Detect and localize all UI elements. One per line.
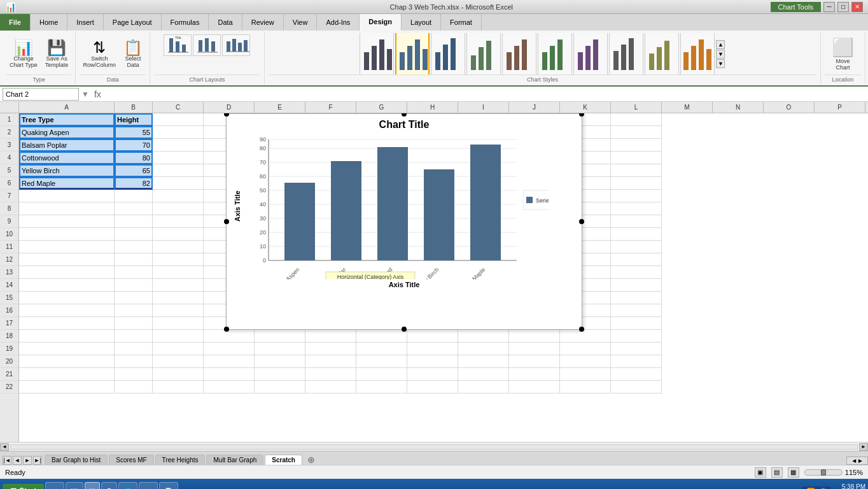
- sheet-nav-last[interactable]: ►|: [33, 456, 42, 465]
- cell-C3[interactable]: [153, 139, 204, 152]
- formula-input[interactable]: [106, 88, 865, 101]
- chart-style-3[interactable]: [431, 33, 465, 74]
- cell-C2[interactable]: [153, 126, 204, 139]
- cell-B2[interactable]: 55: [115, 126, 153, 139]
- taskbar-acrobat[interactable]: 📄: [159, 482, 178, 489]
- chart-style-9[interactable]: [645, 33, 679, 74]
- taskbar-filemanager[interactable]: 📂: [139, 482, 158, 489]
- row-header-3[interactable]: 3: [0, 139, 18, 152]
- tab-add-ins[interactable]: Add-Ins: [317, 14, 360, 31]
- col-header-H[interactable]: H: [407, 102, 458, 113]
- sheet-nav-first[interactable]: |◄: [3, 456, 11, 465]
- normal-view-btn[interactable]: ▣: [755, 467, 766, 478]
- bar-cottonwood[interactable]: [377, 147, 408, 260]
- start-button[interactable]: ⊞ Start: [3, 484, 44, 489]
- row-header-1[interactable]: 1: [0, 113, 18, 126]
- row-header-7[interactable]: 7: [0, 190, 18, 202]
- cell-L5[interactable]: [611, 164, 662, 177]
- cell-B6[interactable]: 82: [115, 177, 153, 190]
- col-header-J[interactable]: J: [509, 102, 560, 113]
- tab-formulas[interactable]: Formulas: [162, 14, 209, 31]
- cell-L6[interactable]: [611, 177, 662, 190]
- taskbar-explorer[interactable]: 📁: [45, 482, 64, 489]
- row-header-4[interactable]: 4: [0, 152, 18, 164]
- cell-B1[interactable]: Height: [115, 113, 153, 126]
- cell-A2[interactable]: Quaking Aspen: [19, 126, 115, 139]
- col-header-M[interactable]: M: [662, 102, 713, 113]
- cell-B5[interactable]: 65: [115, 164, 153, 177]
- row-header-10[interactable]: 10: [0, 228, 18, 241]
- chart-style-7[interactable]: [573, 33, 608, 74]
- add-sheet-btn[interactable]: ⊕: [304, 455, 319, 465]
- horizontal-scrollbar[interactable]: ◄ ►: [0, 442, 868, 451]
- taskbar-powerpoint[interactable]: P: [101, 482, 117, 489]
- name-box[interactable]: Chart 2: [3, 88, 79, 101]
- col-header-L[interactable]: L: [611, 102, 662, 113]
- tab-file[interactable]: File: [0, 14, 31, 31]
- scroll-up-btn[interactable]: ▲: [716, 40, 725, 49]
- change-chart-type-btn[interactable]: 📊 ChangeChart Type: [6, 38, 41, 71]
- tab-page-layout[interactable]: Page Layout: [104, 14, 162, 31]
- cell-L3[interactable]: [611, 139, 662, 152]
- cell-A4[interactable]: Cottonwood: [19, 152, 115, 164]
- cell-L2[interactable]: [611, 126, 662, 139]
- bar-yellow-birch[interactable]: [424, 169, 454, 260]
- scroll-more-btn[interactable]: ▼: [716, 59, 725, 68]
- col-header-F[interactable]: F: [305, 102, 356, 113]
- row-header-18[interactable]: 18: [0, 330, 18, 343]
- chart-handle-bm[interactable]: [402, 327, 407, 332]
- tab-data[interactable]: Data: [209, 14, 242, 31]
- row-header-13[interactable]: 13: [0, 266, 18, 279]
- tab-format[interactable]: Format: [441, 14, 482, 31]
- cell-A1[interactable]: Tree Type: [19, 113, 115, 126]
- cell-A6[interactable]: Red Maple: [19, 177, 115, 190]
- scroll-left-btn[interactable]: ◄: [0, 443, 9, 451]
- scroll-right-btn[interactable]: ►: [859, 443, 868, 451]
- layout-btn-2[interactable]: [193, 34, 221, 56]
- sheet-tab-tree-heights[interactable]: Tree Heights: [155, 455, 206, 465]
- chart-handle-ml[interactable]: [224, 219, 229, 224]
- row-header-21[interactable]: 21: [0, 368, 18, 381]
- taskbar-excel[interactable]: X: [85, 482, 101, 489]
- cell-B4[interactable]: 80: [115, 152, 153, 164]
- chart-style-10[interactable]: [680, 33, 715, 74]
- col-header-E[interactable]: E: [255, 102, 305, 113]
- page-layout-view-btn[interactable]: ▤: [771, 467, 783, 478]
- y-axis-title[interactable]: Axis Title: [232, 133, 243, 280]
- layout-btn-3[interactable]: [222, 34, 250, 56]
- taskbar-word[interactable]: W: [66, 482, 83, 489]
- tab-review[interactable]: Review: [242, 14, 284, 31]
- cell-A5[interactable]: Yellow Birch: [19, 164, 115, 177]
- zoom-thumb[interactable]: [821, 469, 826, 476]
- row-header-5[interactable]: 5: [0, 164, 18, 177]
- move-chart-btn[interactable]: ⬜ MoveChart: [829, 34, 857, 73]
- cell-C5[interactable]: [153, 164, 204, 177]
- cell-C6[interactable]: [153, 177, 204, 190]
- taskbar-chrome[interactable]: 🌐: [118, 482, 137, 489]
- cell-L1[interactable]: [611, 113, 662, 126]
- row-header-8[interactable]: 8: [0, 202, 18, 215]
- sheet-tab-scratch[interactable]: Scratch: [265, 455, 302, 465]
- row-header-9[interactable]: 9: [0, 215, 18, 228]
- chart-handle-bl[interactable]: [224, 327, 229, 332]
- sheet-tab-scores[interactable]: Scores MF: [109, 455, 153, 465]
- row-header-17[interactable]: 17: [0, 317, 18, 330]
- expand-formula-btn[interactable]: ▼: [81, 90, 89, 99]
- tab-insert[interactable]: Insert: [67, 14, 104, 31]
- col-header-G[interactable]: G: [356, 102, 407, 113]
- chart-handle-tm[interactable]: [402, 113, 407, 117]
- chart-handle-tl[interactable]: [224, 113, 229, 117]
- cell-A3[interactable]: Balsam Poplar: [19, 139, 115, 152]
- col-header-C[interactable]: C: [153, 102, 204, 113]
- save-as-template-btn[interactable]: 💾 Save AsTemplate: [42, 38, 72, 71]
- layout-btn-1[interactable]: Title: [164, 34, 192, 56]
- sheet-tab-mult-bar[interactable]: Mult Bar Graph: [206, 455, 263, 465]
- row-header-22[interactable]: 22: [0, 381, 18, 393]
- tab-home[interactable]: Home: [31, 14, 67, 31]
- x-axis-title[interactable]: Axis Title: [232, 281, 577, 288]
- row-header-15[interactable]: 15: [0, 292, 18, 304]
- zoom-slider[interactable]: [804, 469, 843, 476]
- scroll-thumb[interactable]: [10, 444, 858, 450]
- sheet-tab-bar-graph[interactable]: Bar Graph to Hist: [45, 455, 108, 465]
- tab-view[interactable]: View: [284, 14, 318, 31]
